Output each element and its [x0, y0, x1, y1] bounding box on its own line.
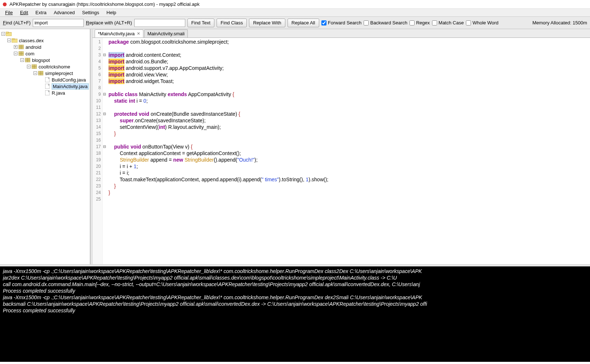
collapse-icon[interactable]: − [27, 65, 31, 68]
svg-point-0 [3, 2, 7, 6]
folder-icon [6, 31, 12, 36]
console-output[interactable]: java -Xmx1500m -cp .;C:\Users\anjain\wor… [0, 266, 590, 362]
backward-search-checkbox[interactable] [364, 20, 369, 25]
tab-mainactivity-smali[interactable]: MainActivity.smali [144, 29, 188, 37]
menubar: File Edit Extra Advanced Settings Help [0, 9, 590, 17]
tree-label: blogspot [32, 58, 50, 63]
forward-search-check[interactable]: Forward Search [321, 20, 361, 25]
tree-mainactivity[interactable]: MainActivity.java [1, 83, 89, 90]
menu-edit[interactable]: Edit [16, 9, 32, 16]
close-icon[interactable]: ✕ [137, 31, 140, 36]
find-label: Find (ALT+F) [3, 20, 31, 25]
titlebar: APKRepatcher by csanuragjain (https://co… [0, 0, 590, 9]
fold-column: ⊟⊟⊟⊟ [103, 38, 106, 264]
console-line: Process completed successfully [3, 288, 587, 294]
package-icon [38, 71, 44, 76]
svg-rect-4 [6, 32, 8, 33]
package-icon [18, 44, 24, 50]
collapse-icon[interactable]: − [33, 71, 37, 75]
menu-extra[interactable]: Extra [32, 9, 50, 16]
console-line: java -Xmx1500m -cp .;C:\Users\anjain\wor… [3, 294, 587, 301]
find-class-button[interactable]: Find Class [217, 19, 247, 27]
tree-label: android [25, 44, 41, 50]
window-title: APKRepatcher by csanuragjain (https://co… [9, 1, 199, 7]
tree-label: BuildConfig.java [52, 77, 86, 83]
expand-icon[interactable]: + [14, 45, 17, 49]
file-icon [44, 90, 50, 95]
tree-label: simpleproject [45, 71, 73, 76]
console-line: Process completed successfully [3, 307, 587, 314]
tree-label: cooltrickshome [39, 64, 70, 70]
app-icon [2, 2, 7, 7]
replace-input[interactable] [134, 19, 185, 27]
whole-word-checkbox[interactable] [466, 20, 471, 25]
tab-label: *MainActivity.java [98, 31, 135, 36]
tree-cooltrickshome[interactable]: − cooltrickshome [1, 63, 89, 70]
package-icon [18, 51, 24, 56]
tree-label: com [25, 51, 35, 56]
tree-label: MainActivity.java [52, 83, 89, 90]
whole-word-check[interactable]: Whole Word [466, 20, 498, 25]
menu-help[interactable]: Help [103, 9, 120, 16]
tab-label: MainActivity.smali [147, 31, 185, 36]
package-icon [31, 64, 37, 69]
tree-label: R.java [52, 90, 65, 96]
memory-label: Memory Allocated: 1500m [532, 20, 587, 25]
svg-rect-1 [4, 3, 4, 4]
backward-search-check[interactable]: Backward Search [364, 20, 407, 25]
code-content[interactable]: package com.blogspot.cooltrickshome.simp… [106, 38, 330, 264]
tree-label: classes.dex [19, 38, 44, 43]
tree-simpleproject[interactable]: − simpleproject [1, 70, 89, 76]
match-case-check[interactable]: Match Case [432, 20, 464, 25]
replace-label: Replace with (ALT+R) [86, 20, 132, 25]
svg-rect-6 [12, 38, 14, 40]
forward-search-checkbox[interactable] [321, 20, 326, 25]
console-line: call com.android.dx.command.Main.main[--… [3, 281, 587, 288]
collapse-icon[interactable]: − [1, 32, 5, 36]
find-text-button[interactable]: Find Text [187, 19, 215, 27]
tree-classes-dex[interactable]: − classes.dex [1, 37, 89, 44]
collapse-icon[interactable]: − [7, 39, 11, 42]
collapse-icon[interactable]: − [14, 52, 17, 55]
menu-file[interactable]: File [1, 9, 16, 16]
file-tree[interactable]: − − classes.dex + android − com − blogsp… [0, 29, 90, 264]
svg-rect-2 [5, 3, 6, 4]
tab-bar: *MainActivity.java ✕ MainActivity.smali [92, 29, 590, 38]
search-toolbar: Find (ALT+F) Replace with (ALT+R) Find T… [0, 17, 590, 29]
console-line: jar2dex C:\Users\anjain\workspace\APKRep… [3, 274, 587, 281]
console-line: backsmali C:\Users\anjain\workspace\APKR… [3, 301, 587, 307]
replace-with-button[interactable]: Replace With [249, 19, 285, 27]
code-editor[interactable]: 1234567891011121314151617181920212223242… [92, 38, 590, 264]
replace-all-button[interactable]: Replace All [288, 19, 319, 27]
tree-buildconfig[interactable]: BuildConfig.java [1, 76, 89, 83]
main-area: − − classes.dex + android − com − blogsp… [0, 29, 590, 264]
folder-icon [12, 38, 17, 43]
regex-check[interactable]: Regex [409, 20, 430, 25]
find-input[interactable] [33, 19, 84, 27]
tree-blogspot[interactable]: − blogspot [1, 57, 89, 63]
regex-checkbox[interactable] [409, 20, 415, 25]
line-gutter: 1234567891011121314151617181920212223242… [92, 38, 103, 264]
tree-com[interactable]: − com [1, 50, 89, 57]
tree-rjava[interactable]: R.java [1, 90, 89, 96]
package-icon [25, 58, 31, 63]
editor-area: *MainActivity.java ✕ MainActivity.smali … [92, 29, 590, 264]
tree-root[interactable]: − [1, 31, 89, 37]
file-icon [44, 84, 50, 89]
tab-mainactivity-java[interactable]: *MainActivity.java ✕ [95, 29, 143, 37]
menu-advanced[interactable]: Advanced [50, 9, 79, 16]
file-icon [44, 77, 50, 82]
menu-settings[interactable]: Settings [79, 9, 103, 16]
collapse-icon[interactable]: − [20, 58, 24, 62]
console-line: java -Xmx1500m -cp .;C:\Users\anjain\wor… [3, 268, 587, 274]
tree-android[interactable]: + android [1, 44, 89, 50]
match-case-checkbox[interactable] [432, 20, 437, 25]
